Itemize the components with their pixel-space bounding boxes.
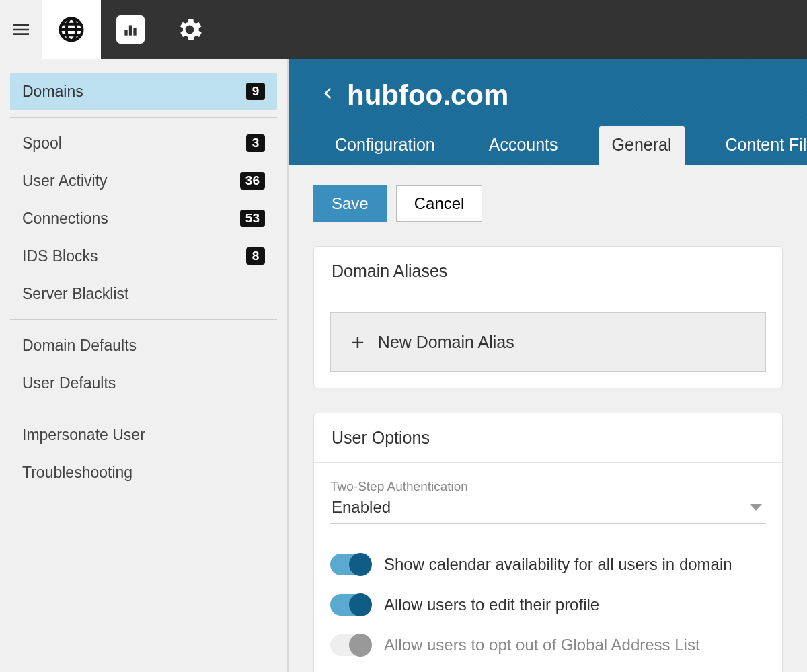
- toggle-opt-out-gal: Allow users to opt out of Global Address…: [330, 625, 766, 665]
- sidebar-item-spool[interactable]: Spool 3: [10, 124, 277, 162]
- count-badge: 3: [246, 134, 265, 152]
- chevron-left-icon: [321, 84, 335, 103]
- sidebar-item-label: User Defaults: [22, 374, 116, 392]
- sidebar-item-user-activity[interactable]: User Activity 36: [10, 162, 277, 200]
- two-step-auth-select[interactable]: Enabled: [330, 495, 766, 524]
- topbar: [0, 0, 807, 59]
- count-badge: 8: [246, 247, 265, 265]
- toggle-label: Allow users to edit their profile: [384, 595, 599, 614]
- svg-rect-2: [124, 30, 127, 36]
- save-button[interactable]: Save: [313, 185, 387, 222]
- sidebar-divider: [10, 319, 277, 320]
- tab-general[interactable]: General: [599, 126, 685, 165]
- svg-rect-3: [129, 26, 132, 36]
- sidebar-item-label: Impersonate User: [22, 426, 145, 444]
- back-button[interactable]: [321, 84, 335, 108]
- hamburger-menu-button[interactable]: [0, 0, 42, 59]
- nav-tab-reports[interactable]: [101, 0, 160, 59]
- sidebar-item-label: Connections: [22, 210, 108, 228]
- globe-icon: [56, 15, 86, 44]
- tab-content-filtering[interactable]: Content Filtering: [712, 126, 807, 165]
- count-badge: 36: [240, 172, 265, 190]
- sidebar-divider: [10, 409, 277, 409]
- two-step-auth-label: Two-Step Authentication: [330, 479, 766, 494]
- sidebar: Domains 9 Spool 3 User Activity 36 Conne…: [0, 59, 289, 672]
- sidebar-item-user-defaults[interactable]: User Defaults: [10, 364, 277, 402]
- chevron-down-icon: [750, 504, 762, 511]
- button-label: New Domain Alias: [378, 333, 514, 352]
- toggle-switch[interactable]: [330, 634, 371, 656]
- content: hubfoo.com Configuration Accounts Genera…: [289, 59, 807, 672]
- page-title: hubfoo.com: [347, 79, 508, 112]
- toggle-switch[interactable]: [330, 594, 371, 616]
- action-buttons: Save Cancel: [313, 185, 783, 222]
- sidebar-item-ids-blocks[interactable]: IDS Blocks 8: [10, 237, 277, 275]
- sidebar-item-label: User Activity: [22, 172, 108, 190]
- new-domain-alias-button[interactable]: + New Domain Alias: [330, 312, 766, 372]
- select-value: Enabled: [332, 498, 391, 517]
- sidebar-item-label: Domain Defaults: [22, 337, 137, 355]
- page-header: hubfoo.com Configuration Accounts Genera…: [289, 59, 807, 165]
- sidebar-item-connections[interactable]: Connections 53: [10, 200, 277, 237]
- card-title: Domain Aliases: [314, 247, 782, 296]
- card-title: User Options: [314, 413, 782, 463]
- toggle-switch[interactable]: [330, 554, 371, 575]
- nav-tab-settings[interactable]: [160, 0, 219, 59]
- toggle-label: Show calendar availability for all users…: [384, 555, 732, 574]
- tab-configuration[interactable]: Configuration: [321, 126, 449, 165]
- sidebar-item-label: IDS Blocks: [22, 247, 98, 265]
- page-tabs: Configuration Accounts General Content F…: [289, 125, 807, 165]
- toggle-calendar-availability: Show calendar availability for all users…: [330, 544, 766, 585]
- sidebar-item-domains[interactable]: Domains 9: [10, 73, 277, 110]
- gear-icon: [175, 15, 204, 44]
- sidebar-item-label: Troubleshooting: [22, 464, 132, 482]
- plus-icon: +: [351, 331, 364, 353]
- hamburger-icon: [10, 19, 32, 40]
- sidebar-item-label: Server Blacklist: [22, 285, 128, 303]
- bar-chart-icon: [122, 21, 139, 38]
- cancel-button[interactable]: Cancel: [396, 185, 483, 222]
- sidebar-item-troubleshooting[interactable]: Troubleshooting: [10, 454, 277, 491]
- tab-accounts[interactable]: Accounts: [475, 126, 572, 165]
- sidebar-item-label: Spool: [22, 134, 62, 153]
- toggle-label: Allow users to opt out of Global Address…: [384, 636, 700, 655]
- svg-rect-4: [133, 28, 136, 36]
- sidebar-divider: [10, 117, 277, 118]
- toggle-edit-profile: Allow users to edit their profile: [330, 585, 766, 625]
- sidebar-item-domain-defaults[interactable]: Domain Defaults: [10, 327, 277, 364]
- nav-tab-domains[interactable]: [42, 0, 101, 59]
- sidebar-item-impersonate-user[interactable]: Impersonate User: [10, 416, 277, 454]
- sidebar-item-server-blacklist[interactable]: Server Blacklist: [10, 275, 277, 312]
- domain-aliases-card: Domain Aliases + New Domain Alias: [313, 246, 783, 388]
- count-badge: 9: [246, 83, 265, 100]
- count-badge: 53: [240, 210, 265, 227]
- sidebar-item-label: Domains: [22, 83, 83, 101]
- user-options-card: User Options Two-Step Authentication Ena…: [313, 413, 783, 672]
